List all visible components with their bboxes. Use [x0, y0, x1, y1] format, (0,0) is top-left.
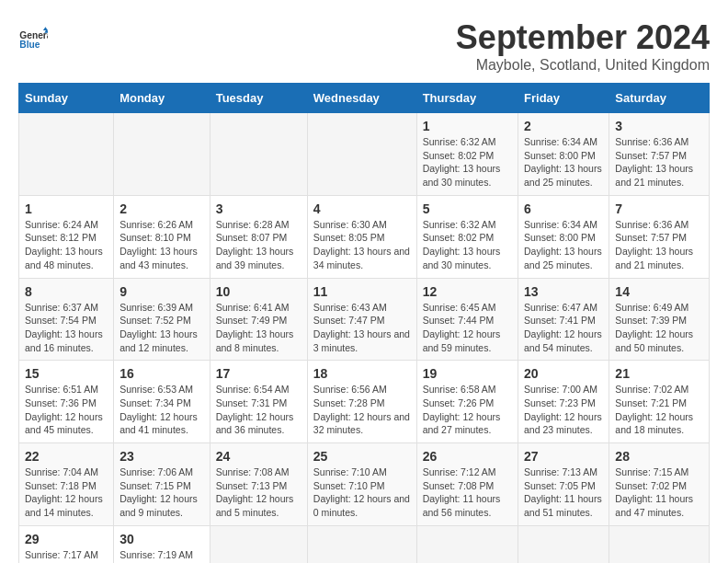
day-detail: Sunrise: 7:12 AMSunset: 7:08 PMDaylight:… [423, 465, 512, 520]
day-number: 29 [25, 532, 108, 546]
day-detail: Sunrise: 6:58 AMSunset: 7:26 PMDaylight:… [423, 383, 512, 437]
day-detail: Sunrise: 6:41 AMSunset: 7:49 PMDaylight:… [216, 301, 301, 355]
day-detail: Sunrise: 7:15 AMSunset: 7:02 PMDaylight:… [615, 465, 703, 520]
day-number: 15 [25, 366, 108, 381]
page-header: General Blue September 2024 Maybole, Sco… [18, 18, 710, 74]
calendar-cell: 10Sunrise: 6:41 AMSunset: 7:49 PMDayligh… [210, 278, 307, 361]
day-number: 24 [216, 449, 301, 464]
column-header-thursday: Thursday [416, 84, 518, 113]
column-header-tuesday: Tuesday [210, 84, 307, 113]
day-number: 8 [25, 284, 108, 299]
day-number: 7 [615, 201, 703, 216]
day-number: 20 [524, 366, 603, 381]
day-detail: Sunrise: 6:24 AMSunset: 8:12 PMDaylight:… [25, 218, 108, 272]
calendar-cell: 14Sunrise: 6:49 AMSunset: 7:39 PMDayligh… [609, 278, 710, 361]
day-detail: Sunrise: 7:08 AMSunset: 7:13 PMDaylight:… [216, 465, 301, 520]
calendar-cell: 3Sunrise: 6:36 AMSunset: 7:57 PMDaylight… [609, 113, 710, 196]
calendar-cell: 4Sunrise: 6:30 AMSunset: 8:05 PMDaylight… [307, 195, 416, 278]
calendar-cell: 12Sunrise: 6:45 AMSunset: 7:44 PMDayligh… [416, 278, 518, 361]
calendar-cell: 26Sunrise: 7:12 AMSunset: 7:08 PMDayligh… [416, 443, 518, 526]
day-detail: Sunrise: 7:17 AMSunset: 7:00 PMDaylight:… [25, 548, 108, 563]
calendar-cell: 2Sunrise: 6:34 AMSunset: 8:00 PMDaylight… [518, 113, 609, 196]
week-row-1: 1Sunrise: 6:32 AMSunset: 8:02 PMDaylight… [19, 113, 710, 196]
calendar-cell: 6Sunrise: 6:34 AMSunset: 8:00 PMDaylight… [518, 195, 609, 278]
svg-marker-2 [43, 27, 48, 30]
day-number: 4 [313, 201, 411, 216]
svg-text:Blue: Blue [19, 40, 40, 50]
day-detail: Sunrise: 7:10 AMSunset: 7:10 PMDaylight:… [313, 465, 411, 520]
week-row-3: 8Sunrise: 6:37 AMSunset: 7:54 PMDaylight… [19, 278, 710, 361]
day-detail: Sunrise: 6:39 AMSunset: 7:52 PMDaylight:… [119, 301, 204, 355]
day-detail: Sunrise: 7:13 AMSunset: 7:05 PMDaylight:… [524, 465, 603, 520]
week-row-2: 1Sunrise: 6:24 AMSunset: 8:12 PMDaylight… [19, 195, 710, 278]
calendar-cell [307, 113, 416, 196]
calendar-cell: 21Sunrise: 7:02 AMSunset: 7:21 PMDayligh… [609, 361, 710, 443]
day-detail: Sunrise: 6:56 AMSunset: 7:28 PMDaylight:… [313, 383, 411, 437]
calendar-cell: 9Sunrise: 6:39 AMSunset: 7:52 PMDaylight… [114, 278, 210, 361]
calendar-cell: 24Sunrise: 7:08 AMSunset: 7:13 PMDayligh… [210, 443, 307, 526]
day-detail: Sunrise: 6:54 AMSunset: 7:31 PMDaylight:… [216, 383, 301, 437]
day-number: 11 [313, 284, 411, 299]
calendar-cell [210, 113, 307, 196]
day-number: 13 [524, 284, 603, 299]
day-number: 30 [119, 532, 204, 546]
day-detail: Sunrise: 7:06 AMSunset: 7:15 PMDaylight:… [119, 465, 204, 520]
day-number: 5 [423, 201, 512, 216]
day-detail: Sunrise: 6:36 AMSunset: 7:57 PMDaylight:… [615, 135, 703, 190]
calendar-cell: 11Sunrise: 6:43 AMSunset: 7:47 PMDayligh… [307, 278, 416, 361]
calendar-cell: 7Sunrise: 6:36 AMSunset: 7:57 PMDaylight… [609, 195, 710, 278]
day-detail: Sunrise: 6:32 AMSunset: 8:02 PMDaylight:… [423, 218, 512, 272]
day-detail: Sunrise: 6:36 AMSunset: 7:57 PMDaylight:… [615, 218, 703, 272]
day-detail: Sunrise: 6:43 AMSunset: 7:47 PMDaylight:… [313, 301, 411, 355]
calendar-cell: 2Sunrise: 6:26 AMSunset: 8:10 PMDaylight… [114, 195, 210, 278]
calendar-cell: 25Sunrise: 7:10 AMSunset: 7:10 PMDayligh… [307, 443, 416, 526]
column-header-friday: Friday [518, 84, 609, 113]
calendar-cell: 3Sunrise: 6:28 AMSunset: 8:07 PMDaylight… [210, 195, 307, 278]
day-detail: Sunrise: 6:30 AMSunset: 8:05 PMDaylight:… [313, 218, 411, 272]
day-detail: Sunrise: 7:04 AMSunset: 7:18 PMDaylight:… [25, 465, 108, 520]
calendar-cell: 15Sunrise: 6:51 AMSunset: 7:36 PMDayligh… [19, 361, 114, 443]
calendar-cell: 8Sunrise: 6:37 AMSunset: 7:54 PMDaylight… [19, 278, 114, 361]
calendar-cell: 16Sunrise: 6:53 AMSunset: 7:34 PMDayligh… [114, 361, 210, 443]
calendar-cell: 13Sunrise: 6:47 AMSunset: 7:41 PMDayligh… [518, 278, 609, 361]
day-number: 2 [524, 119, 603, 133]
calendar-cell: 20Sunrise: 7:00 AMSunset: 7:23 PMDayligh… [518, 361, 609, 443]
day-detail: Sunrise: 7:19 AMSunset: 6:57 PMDaylight:… [119, 548, 204, 563]
day-number: 1 [25, 201, 108, 216]
calendar-cell [19, 113, 114, 196]
day-number: 3 [216, 201, 301, 216]
calendar-cell: 5Sunrise: 6:32 AMSunset: 8:02 PMDaylight… [416, 195, 518, 278]
column-header-monday: Monday [114, 84, 210, 113]
page-title: September 2024 [456, 18, 710, 57]
day-number: 2 [119, 201, 204, 216]
calendar-cell: 23Sunrise: 7:06 AMSunset: 7:15 PMDayligh… [114, 443, 210, 526]
day-detail: Sunrise: 6:28 AMSunset: 8:07 PMDaylight:… [216, 218, 301, 272]
logo: General Blue [18, 26, 48, 55]
calendar-cell: 28Sunrise: 7:15 AMSunset: 7:02 PMDayligh… [609, 443, 710, 526]
day-number: 19 [423, 366, 512, 381]
day-detail: Sunrise: 7:00 AMSunset: 7:23 PMDaylight:… [524, 383, 603, 437]
day-number: 12 [423, 284, 512, 299]
calendar-cell: 27Sunrise: 7:13 AMSunset: 7:05 PMDayligh… [518, 443, 609, 526]
day-detail: Sunrise: 6:51 AMSunset: 7:36 PMDaylight:… [25, 383, 108, 437]
calendar-cell: 1Sunrise: 6:24 AMSunset: 8:12 PMDaylight… [19, 195, 114, 278]
day-number: 16 [119, 366, 204, 381]
day-number: 18 [313, 366, 411, 381]
day-number: 21 [615, 366, 703, 381]
calendar-cell [609, 525, 710, 563]
day-number: 22 [25, 449, 108, 464]
calendar-cell [210, 525, 307, 563]
day-detail: Sunrise: 6:47 AMSunset: 7:41 PMDaylight:… [524, 301, 603, 355]
week-row-6: 29Sunrise: 7:17 AMSunset: 7:00 PMDayligh… [19, 525, 710, 563]
day-number: 9 [119, 284, 204, 299]
week-row-5: 22Sunrise: 7:04 AMSunset: 7:18 PMDayligh… [19, 443, 710, 526]
calendar-cell: 30Sunrise: 7:19 AMSunset: 6:57 PMDayligh… [114, 525, 210, 563]
calendar-cell: 29Sunrise: 7:17 AMSunset: 7:00 PMDayligh… [19, 525, 114, 563]
column-header-sunday: Sunday [19, 84, 114, 113]
logo-icon: General Blue [18, 26, 48, 55]
day-detail: Sunrise: 6:26 AMSunset: 8:10 PMDaylight:… [119, 218, 204, 272]
day-detail: Sunrise: 6:37 AMSunset: 7:54 PMDaylight:… [25, 301, 108, 355]
svg-text:General: General [19, 30, 48, 40]
week-row-4: 15Sunrise: 6:51 AMSunset: 7:36 PMDayligh… [19, 361, 710, 443]
day-number: 10 [216, 284, 301, 299]
